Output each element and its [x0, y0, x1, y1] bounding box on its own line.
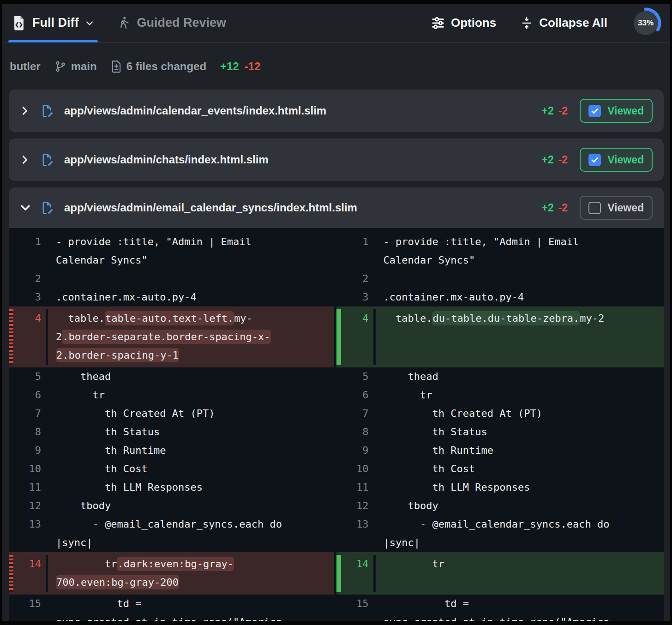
- code-column: tbody: [376, 497, 664, 515]
- line-number: 13: [341, 515, 373, 552]
- diff-side-right: 5 thead: [336, 367, 664, 386]
- chevron-down-icon: [85, 18, 94, 28]
- collapse-all-label: Collapse All: [539, 16, 607, 30]
- code-text: - provide :title, "Admin | Email: [56, 236, 252, 247]
- tab-full-diff[interactable]: Full Diff: [8, 4, 98, 42]
- viewed-checkbox[interactable]: [588, 154, 601, 166]
- viewed-checkbox[interactable]: [588, 105, 601, 117]
- tab-guided-review[interactable]: Guided Review: [114, 4, 230, 42]
- row-edge: [9, 233, 13, 270]
- code-text: td =: [384, 598, 469, 609]
- code-column: tr: [376, 386, 664, 404]
- file-deletions: -2: [558, 202, 568, 214]
- row-edge: [9, 460, 13, 478]
- diff-side-left: 2: [9, 270, 336, 288]
- file-list: app/views/admin/calendar_events/index.ht…: [9, 90, 664, 621]
- code-column: th Runtime: [48, 441, 334, 460]
- modified-file-icon: [41, 153, 53, 167]
- line-number: 9: [341, 441, 373, 460]
- total-additions: +12: [220, 60, 239, 73]
- collapse-icon: [520, 16, 533, 30]
- diff-side-left: 9 th Runtime: [9, 441, 336, 460]
- file-header[interactable]: app/views/admin/email_calendar_syncs/ind…: [9, 187, 664, 228]
- code-text: tr: [384, 389, 432, 401]
- code-text: tbody: [56, 500, 111, 511]
- file-diff-icon: [111, 60, 122, 73]
- chevron-right-icon[interactable]: [20, 155, 30, 165]
- viewed-toggle[interactable]: Viewed: [580, 196, 653, 220]
- row-edge: [336, 497, 341, 515]
- viewed-toggle[interactable]: Viewed: [580, 148, 653, 172]
- word-diff-highlight: du-table.du-table-zebra.: [432, 311, 580, 325]
- word-diff-highlight: .border-separate.border-spacing-x-: [62, 330, 270, 344]
- diff-side-left: 1- provide :title, "Admin | EmailCalenda…: [9, 233, 336, 270]
- row-edge: [9, 386, 13, 404]
- code-line: .container.mx-auto.py-4: [384, 288, 657, 306]
- code-line: th LLM Responses: [384, 478, 657, 497]
- code-text: |sync|: [56, 537, 92, 548]
- walking-person-icon: [117, 16, 130, 30]
- diff-side-left: 15 td =sync.created_at.in_time_zone("Ame…: [9, 595, 336, 621]
- code-line: table.du-table.du-table-zebra.my-2: [384, 309, 657, 328]
- line-number: 9: [13, 441, 46, 460]
- code-line: sync.created_at.in_time_zone("America: [56, 613, 326, 621]
- code-line: th Cost: [56, 460, 326, 478]
- code-line: .container.mx-auto.py-4: [56, 288, 326, 306]
- row-edge: [9, 515, 13, 552]
- code-line: tr: [384, 555, 657, 573]
- line-number: 1: [341, 233, 373, 270]
- chevron-right-icon[interactable]: [20, 106, 30, 116]
- change-summary: butler main 6 files changed +12 -12: [2, 56, 670, 77]
- repo-name: butler: [10, 60, 41, 73]
- progress-percent: 33%: [629, 6, 663, 40]
- files-changed-label: 6 files changed: [126, 60, 206, 73]
- code-line: th Created At (PT): [56, 404, 326, 423]
- file-additions: +2: [541, 154, 553, 166]
- line-number: 11: [13, 478, 46, 497]
- viewed-toggle[interactable]: Viewed: [580, 99, 653, 123]
- code-line: thead: [384, 367, 657, 386]
- line-number: 10: [13, 460, 46, 478]
- review-progress-indicator: 33%: [629, 6, 663, 40]
- options-label: Options: [451, 16, 496, 30]
- code-line: [384, 346, 657, 365]
- code-column: th LLM Responses: [48, 478, 334, 497]
- diff-row: 8 th Status8 th Status: [9, 423, 664, 441]
- code-line: thead: [56, 367, 326, 386]
- code-line: - @email_calendar_syncs.each do: [384, 515, 657, 534]
- code-text: th Runtime: [56, 445, 166, 456]
- modified-file-icon: [41, 201, 53, 215]
- row-edge: [9, 367, 13, 386]
- code-column: th Cost: [376, 460, 664, 478]
- diff-side-right: 3.container.mx-auto.py-4: [336, 288, 664, 306]
- code-column: tr: [48, 386, 334, 404]
- line-number: 1: [13, 233, 46, 270]
- file-header[interactable]: app/views/admin/chats/index.html.slim +2…: [9, 138, 664, 181]
- code-line: th LLM Responses: [56, 478, 326, 497]
- file-deletions: -2: [558, 105, 568, 117]
- file-additions: +2: [541, 105, 553, 117]
- file-counts: +2 -2: [541, 154, 568, 166]
- code-text: tr: [384, 558, 444, 570]
- code-column: .container.mx-auto.py-4: [376, 288, 664, 306]
- code-text: Calendar Syncs": [384, 254, 475, 266]
- file-path: app/views/admin/calendar_events/index.ht…: [64, 104, 541, 117]
- line-number: 4: [341, 309, 373, 365]
- top-bar: Full Diff Guided Review: [2, 4, 670, 42]
- line-number: 11: [341, 478, 373, 497]
- code-line: table.table-auto.text-left.my-: [56, 309, 326, 328]
- code-line: Calendar Syncs": [56, 251, 326, 270]
- chevron-down-icon[interactable]: [20, 202, 31, 213]
- row-edge: [336, 233, 341, 270]
- line-number: 5: [13, 367, 46, 386]
- file-header[interactable]: app/views/admin/calendar_events/index.ht…: [9, 90, 664, 132]
- file-card-email-calendar-syncs: app/views/admin/email_calendar_syncs/ind…: [9, 187, 664, 621]
- options-button[interactable]: Options: [431, 16, 496, 30]
- code-text: th Cost: [384, 463, 475, 475]
- code-line: [384, 270, 657, 288]
- viewed-checkbox[interactable]: [588, 202, 601, 214]
- code-text: - @email_calendar_syncs.each do: [384, 518, 610, 530]
- code-text: th Cost: [56, 463, 148, 475]
- code-line: - provide :title, "Admin | Email: [384, 233, 657, 251]
- collapse-all-button[interactable]: Collapse All: [520, 16, 607, 30]
